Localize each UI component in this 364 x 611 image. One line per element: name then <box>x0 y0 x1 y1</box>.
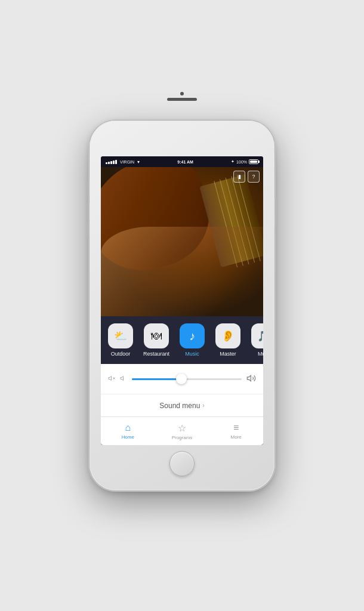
volume-low-icon <box>120 375 127 384</box>
signal-strength <box>106 160 117 164</box>
wifi-icon: ▾ <box>137 159 140 165</box>
home-tab-icon: ⌂ <box>125 422 131 433</box>
signal-dot-2 <box>108 162 110 164</box>
svg-marker-3 <box>121 376 124 380</box>
status-time: 9:41 AM <box>177 160 193 164</box>
tab-more[interactable]: ≡ More <box>209 422 263 440</box>
phone-top-decorations <box>90 92 274 101</box>
help-icon: ? <box>252 174 255 180</box>
volume-slider-fill <box>132 378 181 380</box>
front-camera <box>180 92 184 95</box>
speaker <box>167 98 197 101</box>
status-left: VIRGIN ▾ <box>106 159 140 165</box>
more-tab-icon: ≡ <box>233 422 239 433</box>
music-label: Music <box>185 351 199 357</box>
guitar-visual <box>101 167 263 316</box>
battery-fill <box>250 161 257 163</box>
bluetooth-icon: ✦ <box>231 159 235 164</box>
battery-icon <box>249 159 258 164</box>
restaurant-label: Restaurant <box>143 351 169 357</box>
tab-home[interactable]: ⌂ Home <box>101 422 155 440</box>
volume-section <box>101 364 263 394</box>
music-icon: ♪ <box>180 323 205 348</box>
phone-frame: VIRGIN ▾ 9:41 AM ✦ 100% <box>90 121 274 490</box>
hero-top-icons[interactable]: ▮ ? <box>233 171 260 183</box>
status-bar: VIRGIN ▾ 9:41 AM ✦ 100% <box>101 156 263 167</box>
mu2-icon: 🎵 <box>251 323 263 348</box>
hero-image: ▮ ? <box>101 167 263 316</box>
programs-tab-icon: ☆ <box>178 422 186 434</box>
home-button[interactable] <box>169 451 195 476</box>
carrier-name: VIRGIN <box>120 160 134 164</box>
sound-menu-label: Sound menu <box>159 402 200 410</box>
phone-screen: VIRGIN ▾ 9:41 AM ✦ 100% <box>101 156 263 445</box>
program-restaurant[interactable]: 🍽 Restaurant <box>139 323 174 357</box>
master-label: Master <box>220 351 236 357</box>
signal-dot-4 <box>113 161 115 164</box>
hand-overlay <box>101 227 263 316</box>
battery-status-icon: ▮ <box>238 174 241 180</box>
battery-percent: 100% <box>236 160 247 164</box>
program-music[interactable]: ♪ Music <box>175 323 209 357</box>
program-outdoor[interactable]: ⛅ Outdoor <box>103 323 138 357</box>
volume-high-icon <box>246 374 256 385</box>
status-right: ✦ 100% <box>231 159 258 164</box>
mute-icon <box>108 375 115 384</box>
signal-dot-1 <box>106 162 107 164</box>
tab-programs[interactable]: ☆ Programs <box>155 422 209 440</box>
program-master[interactable]: 👂 Master <box>211 323 245 357</box>
more-tab-label: More <box>231 434 242 440</box>
signal-dot-3 <box>110 161 112 164</box>
app-screen: VIRGIN ▾ 9:41 AM ✦ 100% <box>101 156 263 445</box>
program-mu2[interactable]: 🎵 Mu... <box>246 323 263 357</box>
programs-strip: ⛅ Outdoor 🍽 Restaurant ♪ Music 👂 Master <box>101 316 263 364</box>
volume-slider-thumb[interactable] <box>176 374 187 384</box>
volume-slider[interactable] <box>132 378 242 380</box>
help-button[interactable]: ? <box>248 171 260 183</box>
guitar-background <box>101 167 263 316</box>
master-icon: 👂 <box>215 323 240 348</box>
svg-marker-4 <box>247 375 251 381</box>
mu2-label: Mu... <box>258 351 263 357</box>
svg-marker-0 <box>109 376 112 380</box>
signal-dot-5 <box>115 160 117 164</box>
outdoor-label: Outdoor <box>111 351 131 357</box>
sound-menu-section[interactable]: Sound menu › <box>101 394 263 416</box>
sound-menu-link[interactable]: Sound menu › <box>159 402 204 410</box>
tab-bar: ⌂ Home ☆ Programs ≡ More <box>101 416 263 445</box>
programs-tab-label: Programs <box>172 435 193 440</box>
restaurant-icon: 🍽 <box>144 323 169 348</box>
sound-menu-chevron: › <box>202 402 204 409</box>
outdoor-icon: ⛅ <box>108 323 133 348</box>
battery-status-button[interactable]: ▮ <box>233 171 245 183</box>
home-tab-label: Home <box>122 434 134 440</box>
